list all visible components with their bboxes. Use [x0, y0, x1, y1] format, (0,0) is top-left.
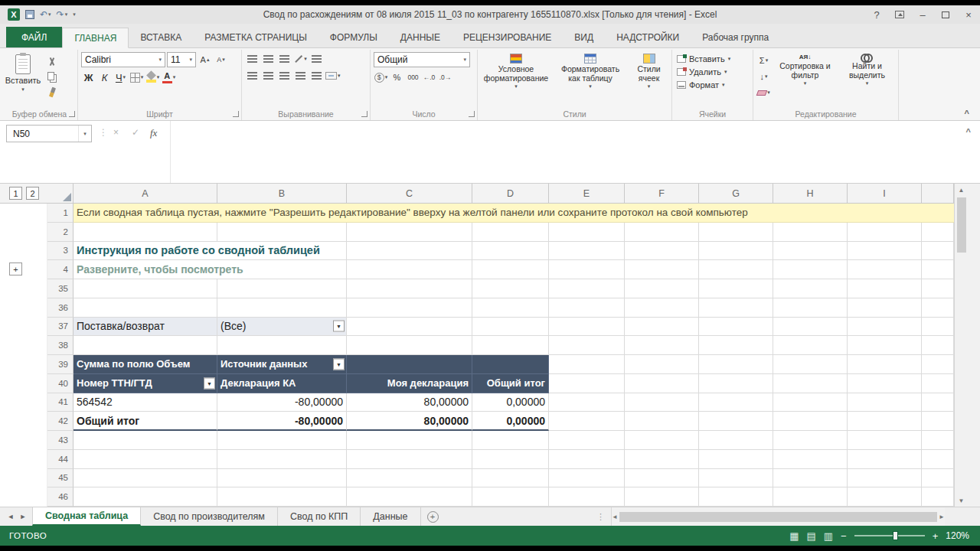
close-button[interactable]: × — [957, 6, 980, 23]
column-header-A[interactable]: A — [74, 184, 217, 204]
cell-I46[interactable] — [848, 487, 922, 507]
cell-G44[interactable] — [699, 450, 773, 469]
ribbon-tab-формулы[interactable]: ФОРМУЛЫ — [318, 27, 389, 47]
ribbon-tab-надстройки[interactable]: НАДСТРОЙКИ — [605, 27, 691, 47]
cell-D44[interactable] — [472, 450, 549, 469]
cell-I35[interactable] — [848, 279, 922, 298]
ribbon-tab-главная[interactable]: ГЛАВНАЯ — [62, 28, 129, 48]
maximize-button[interactable] — [934, 6, 957, 23]
cell-H40[interactable] — [773, 374, 848, 393]
cell-G43[interactable] — [699, 431, 773, 450]
sheet-nav-next-button[interactable]: ► — [17, 513, 29, 520]
cell-D35[interactable] — [472, 279, 549, 298]
row-header-42[interactable]: 42 — [47, 412, 74, 431]
cell-B2[interactable] — [217, 223, 347, 242]
borders-button[interactable]: ▾ — [129, 70, 144, 84]
cell-I4[interactable] — [848, 260, 922, 279]
cell-A35[interactable] — [74, 279, 217, 298]
column-header-C[interactable]: C — [347, 184, 472, 204]
cell-B37[interactable]: (Все)▼ — [217, 318, 347, 337]
formula-input[interactable] — [170, 121, 954, 183]
cell-J43[interactable] — [922, 431, 954, 450]
row-header-39[interactable]: 39 — [47, 355, 74, 374]
cell-J36[interactable] — [922, 298, 954, 318]
align-right-button[interactable] — [277, 69, 292, 83]
cell-F4[interactable] — [625, 260, 699, 279]
align-middle-button[interactable] — [261, 52, 276, 66]
cell-A40[interactable]: Номер ТТН/ГТД▼ — [74, 374, 217, 393]
redo-button[interactable]: ↷▾ — [57, 9, 68, 20]
autosum-button[interactable]: Σ▾ — [756, 54, 771, 67]
column-header-E[interactable]: E — [549, 184, 625, 204]
cell-G41[interactable] — [699, 393, 773, 412]
decrease-decimal-button[interactable]: .0→ — [438, 70, 452, 84]
cell-D38[interactable] — [472, 336, 549, 355]
orientation-button[interactable]: ▾ — [293, 52, 308, 66]
cell-C36[interactable] — [347, 298, 472, 318]
cell-F40[interactable] — [625, 374, 699, 393]
cell-B42[interactable]: -80,00000 — [217, 412, 347, 431]
cell-G46[interactable] — [699, 487, 773, 507]
cell-D40[interactable]: Общий итог — [472, 374, 549, 393]
cell-C45[interactable] — [347, 469, 472, 488]
cell-F41[interactable] — [625, 393, 699, 412]
clear-button[interactable]: ▾ — [756, 86, 771, 99]
cell-I40[interactable] — [848, 374, 922, 393]
cell-A4[interactable]: Разверните, чтобы посмотреть — [74, 260, 347, 279]
find-select-button[interactable]: Найти и выделить ▾ — [839, 52, 895, 107]
cell-H42[interactable] — [773, 412, 848, 431]
horizontal-scrollbar[interactable]: ◄ ► — [611, 507, 945, 526]
font-color-button[interactable]: А▾ — [162, 70, 176, 84]
number-format-combo[interactable]: Общий▾ — [374, 52, 470, 67]
row-header-36[interactable]: 36 — [47, 298, 74, 318]
cell-A45[interactable] — [74, 469, 217, 488]
cell-I41[interactable] — [848, 393, 922, 412]
cell-G35[interactable] — [699, 279, 773, 298]
row-header-41[interactable]: 41 — [47, 393, 74, 412]
cell-F42[interactable] — [625, 412, 699, 431]
scroll-left-button[interactable]: ◄ — [612, 510, 618, 523]
ribbon-tab-вид[interactable]: ВИД — [563, 27, 605, 47]
cell-H39[interactable] — [773, 355, 848, 374]
grow-font-button[interactable]: А▴ — [198, 53, 212, 67]
align-center-button[interactable] — [261, 69, 276, 83]
ribbon-tab-файл[interactable]: ФАЙЛ — [6, 27, 62, 47]
insert-cells-button[interactable]: Вставить▾ — [675, 54, 750, 64]
cell-G42[interactable] — [699, 412, 773, 431]
scroll-right-button[interactable]: ► — [939, 510, 945, 523]
zoom-out-button[interactable]: − — [841, 530, 847, 542]
zoom-in-button[interactable]: + — [933, 530, 939, 542]
cell-B41[interactable]: -80,00000 — [217, 393, 347, 412]
cell-C2[interactable] — [347, 223, 472, 242]
font-name-combo[interactable]: Calibri▾ — [81, 52, 165, 67]
sort-filter-button[interactable]: АЯ↓ Сортировка и фильтр ▾ — [774, 52, 836, 107]
cell-B36[interactable] — [217, 298, 347, 318]
cell-I36[interactable] — [848, 298, 922, 318]
enter-entry-button[interactable]: ✓ — [132, 127, 139, 138]
comma-style-button[interactable]: 000 — [406, 70, 420, 84]
redo-dropdown-icon[interactable]: ▾ — [65, 11, 68, 18]
row-header-45[interactable]: 45 — [47, 469, 74, 488]
cancel-entry-button[interactable]: × — [113, 127, 119, 138]
cell-G39[interactable] — [699, 355, 773, 374]
cell-G37[interactable] — [699, 318, 773, 337]
cell-F43[interactable] — [625, 431, 699, 450]
cell-A42[interactable]: Общий итог — [74, 412, 217, 431]
outline-level-1-button[interactable]: 1 — [9, 187, 22, 200]
save-button[interactable] — [25, 10, 34, 19]
dropdown-icon[interactable]: ▼ — [333, 321, 345, 332]
wrap-text-button[interactable] — [309, 52, 324, 66]
cell-C38[interactable] — [347, 336, 472, 355]
cell-E37[interactable] — [549, 318, 625, 337]
cell-G36[interactable] — [699, 298, 773, 318]
name-box[interactable]: N50 ▾ — [6, 125, 92, 142]
cell-D4[interactable] — [472, 260, 549, 279]
name-box-dropdown-icon[interactable]: ▾ — [78, 126, 91, 142]
cell-I2[interactable] — [848, 223, 922, 242]
cell-E35[interactable] — [549, 279, 625, 298]
cell-J41[interactable] — [922, 393, 954, 412]
decrease-indent-button[interactable] — [293, 69, 308, 83]
cell-E42[interactable] — [549, 412, 625, 431]
format-as-table-button[interactable]: Форматировать как таблицу ▾ — [556, 52, 625, 107]
cell-F46[interactable] — [625, 487, 699, 507]
